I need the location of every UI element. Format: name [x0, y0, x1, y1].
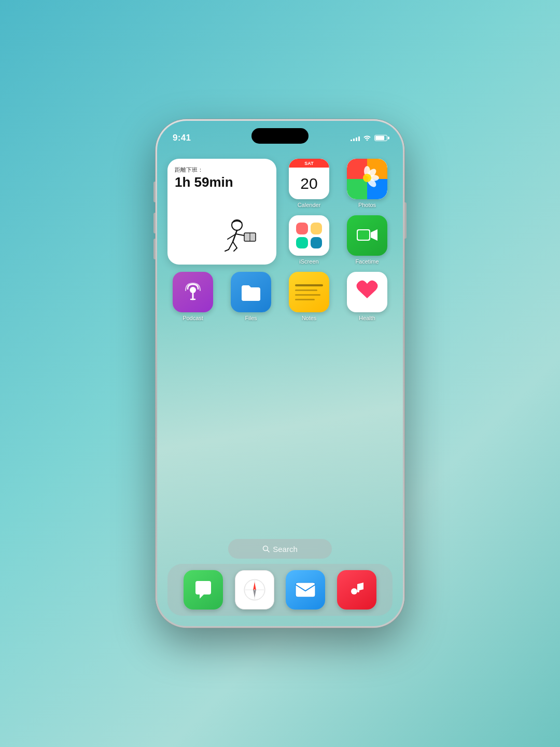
svg-rect-20	[296, 583, 315, 597]
svg-rect-22	[357, 589, 359, 592]
svg-marker-10	[371, 229, 377, 241]
calendar-icon: SAT 20	[289, 159, 329, 199]
app-calendar[interactable]: SAT 20 Calender	[284, 159, 334, 208]
phone-frame: 9:41	[156, 119, 404, 628]
iscreen-label: iScreen	[299, 258, 318, 265]
iscreen-icon	[289, 215, 329, 256]
svg-line-13	[268, 550, 270, 552]
app-podcast[interactable]: Podcast	[167, 272, 218, 321]
photos-icon	[347, 159, 387, 199]
svg-point-7	[363, 174, 371, 182]
calendar-label: Calender	[298, 202, 321, 208]
facetime-label: Facetime	[355, 258, 379, 265]
search-label: Search	[273, 545, 298, 554]
app-facetime[interactable]: Facetime	[342, 215, 393, 265]
health-label: Health	[359, 315, 375, 321]
widget-iscreen[interactable]: 距離下班： 1h 59min	[167, 159, 276, 265]
app-iscreen[interactable]: iScreen	[284, 215, 334, 265]
cal-date: 20	[300, 174, 317, 193]
widget-countdown: 1h 59min	[175, 175, 269, 190]
facetime-icon	[347, 215, 387, 256]
phone-screen: 9:41	[157, 121, 403, 626]
signal-icon	[351, 135, 360, 141]
status-time: 9:41	[173, 133, 191, 143]
wifi-icon	[363, 134, 371, 142]
files-icon	[231, 272, 271, 312]
widget-illustration	[175, 194, 269, 257]
notes-icon	[289, 272, 329, 312]
health-icon	[347, 272, 387, 312]
podcast-icon	[173, 272, 213, 312]
notes-label: Notes	[302, 315, 317, 321]
battery-icon	[374, 135, 387, 141]
search-icon	[262, 545, 270, 552]
dock-music[interactable]	[337, 570, 376, 610]
dock-messages[interactable]	[184, 570, 223, 610]
widget-subtitle: 距離下班：	[175, 166, 269, 174]
cal-day: SAT	[289, 161, 329, 166]
dynamic-island	[251, 128, 309, 144]
app-files[interactable]: Files	[226, 272, 276, 321]
svg-point-11	[190, 287, 196, 293]
svg-rect-9	[358, 230, 369, 240]
dock	[167, 564, 393, 616]
photos-label: Photos	[358, 202, 376, 208]
app-notes[interactable]: Notes	[284, 272, 334, 321]
search-bar[interactable]: Search	[228, 539, 332, 559]
app-photos[interactable]: Photos	[342, 159, 393, 208]
dock-safari[interactable]	[235, 570, 274, 610]
status-icons	[351, 134, 387, 142]
dock-mail[interactable]	[286, 570, 325, 610]
files-label: Files	[245, 315, 257, 321]
podcast-label: Podcast	[183, 315, 203, 321]
app-health[interactable]: Health	[342, 272, 393, 321]
